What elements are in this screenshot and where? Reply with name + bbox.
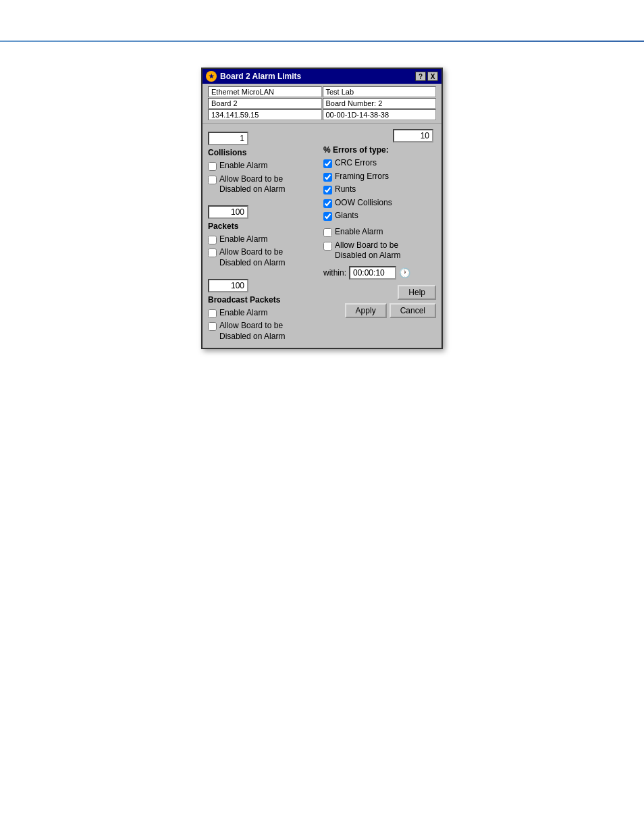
framing-errors-label: Framing Errors bbox=[335, 172, 389, 182]
giants-checkbox[interactable] bbox=[323, 212, 332, 221]
help-titlebar-button[interactable]: ? bbox=[415, 72, 426, 81]
collisions-label: Collisions bbox=[208, 148, 321, 157]
dialog-body: 1 Collisions Enable Alarm Allow Board to… bbox=[203, 124, 441, 348]
top-border bbox=[0, 41, 644, 42]
right-allow-board-label: Allow Board to be Disabled on Alarm bbox=[335, 240, 400, 261]
crc-errors-row: CRC Errors bbox=[323, 158, 436, 169]
info-board: Board 2 bbox=[208, 98, 322, 109]
packets-input-row: 100 bbox=[208, 205, 321, 219]
within-row: within: 00:00:10 🕐 bbox=[323, 266, 436, 280]
info-testlab: Test Lab bbox=[323, 86, 437, 97]
broadcast-input-row: 100 bbox=[208, 279, 321, 292]
titlebar-buttons: ? X bbox=[415, 72, 438, 81]
packets-allow-board-row: Allow Board to be Disabled on Alarm bbox=[208, 247, 321, 268]
info-ethernet: Ethernet MicroLAN bbox=[208, 86, 322, 97]
right-column: 10 % Errors of type: CRC Errors Framing … bbox=[323, 129, 436, 342]
runts-label: Runts bbox=[335, 184, 356, 195]
page-content: ★ Board 2 Alarm Limits ? X Ethernet Micr… bbox=[0, 0, 644, 349]
clock-icon: 🕐 bbox=[399, 267, 410, 278]
dialog-columns: 1 Collisions Enable Alarm Allow Board to… bbox=[208, 129, 436, 342]
collisions-enable-alarm-row: Enable Alarm bbox=[208, 161, 321, 172]
framing-errors-row: Framing Errors bbox=[323, 172, 436, 182]
apply-button[interactable]: Apply bbox=[345, 303, 387, 318]
giants-label: Giants bbox=[335, 211, 358, 221]
oow-collisions-checkbox[interactable] bbox=[323, 199, 332, 208]
cancel-button[interactable]: Cancel bbox=[390, 303, 436, 318]
broadcast-value-input[interactable]: 100 bbox=[208, 279, 248, 292]
errors-input-row: 10 bbox=[323, 129, 436, 142]
crc-errors-label: CRC Errors bbox=[335, 158, 377, 169]
broadcast-enable-alarm-row: Enable Alarm bbox=[208, 308, 321, 319]
info-ip: 134.141.59.15 bbox=[208, 109, 322, 120]
dialog-titlebar: ★ Board 2 Alarm Limits ? X bbox=[203, 69, 441, 84]
left-column: 1 Collisions Enable Alarm Allow Board to… bbox=[208, 129, 321, 342]
crc-errors-checkbox[interactable] bbox=[323, 159, 332, 168]
help-button[interactable]: Help bbox=[398, 285, 436, 300]
packets-enable-alarm-checkbox[interactable] bbox=[208, 236, 217, 244]
framing-errors-checkbox[interactable] bbox=[323, 173, 332, 182]
collisions-enable-alarm-label: Enable Alarm bbox=[219, 161, 267, 172]
error-types-group: CRC Errors Framing Errors Runts OOW bbox=[323, 157, 436, 222]
broadcast-allow-board-checkbox[interactable] bbox=[208, 322, 217, 331]
collisions-allow-board-row: Allow Board to be Disabled on Alarm bbox=[208, 174, 321, 195]
titlebar-left: ★ Board 2 Alarm Limits bbox=[206, 71, 301, 82]
packets-value-input[interactable]: 100 bbox=[208, 205, 248, 219]
collisions-input-row: 1 bbox=[208, 132, 321, 145]
collisions-allow-board-label: Allow Board to be Disabled on Alarm bbox=[219, 174, 285, 195]
errors-label: % Errors of type: bbox=[323, 145, 436, 155]
app-icon: ★ bbox=[206, 71, 217, 82]
right-allow-board-checkbox[interactable] bbox=[323, 242, 332, 251]
packets-allow-board-label: Allow Board to be Disabled on Alarm bbox=[219, 247, 285, 268]
broadcast-label: Broadcast Packets bbox=[208, 295, 321, 305]
packets-enable-alarm-row: Enable Alarm bbox=[208, 234, 321, 245]
packets-enable-alarm-label: Enable Alarm bbox=[219, 234, 267, 245]
broadcast-enable-alarm-checkbox[interactable] bbox=[208, 309, 217, 318]
oow-collisions-row: OOW Collisions bbox=[323, 198, 436, 209]
dialog-window: ★ Board 2 Alarm Limits ? X Ethernet Micr… bbox=[201, 68, 443, 349]
broadcast-enable-alarm-label: Enable Alarm bbox=[219, 308, 267, 319]
runts-checkbox[interactable] bbox=[323, 186, 332, 194]
packets-label: Packets bbox=[208, 221, 321, 231]
within-label: within: bbox=[323, 268, 346, 278]
right-enable-alarm-row: Enable Alarm bbox=[323, 227, 436, 238]
right-enable-alarm-checkbox[interactable] bbox=[323, 228, 332, 237]
collisions-enable-alarm-checkbox[interactable] bbox=[208, 162, 217, 171]
dialog-title: Board 2 Alarm Limits bbox=[220, 72, 301, 81]
dialog-info: Ethernet MicroLAN Test Lab Board 2 Board… bbox=[203, 84, 441, 124]
broadcast-allow-board-row: Allow Board to be Disabled on Alarm bbox=[208, 321, 321, 342]
collisions-allow-board-checkbox[interactable] bbox=[208, 176, 217, 184]
runts-row: Runts bbox=[323, 184, 436, 195]
oow-collisions-label: OOW Collisions bbox=[335, 198, 392, 209]
collisions-value-input[interactable]: 1 bbox=[208, 132, 248, 145]
right-enable-alarm-label: Enable Alarm bbox=[335, 227, 383, 238]
right-allow-board-row: Allow Board to be Disabled on Alarm bbox=[323, 240, 436, 261]
info-board-number: Board Number: 2 bbox=[323, 98, 437, 109]
within-value-input[interactable]: 00:00:10 bbox=[349, 266, 396, 280]
close-titlebar-button[interactable]: X bbox=[427, 72, 438, 81]
broadcast-allow-board-label: Allow Board to be Disabled on Alarm bbox=[219, 321, 285, 342]
info-mac: 00-00-1D-14-38-38 bbox=[323, 109, 437, 120]
giants-row: Giants bbox=[323, 211, 436, 221]
errors-value-input[interactable]: 10 bbox=[393, 129, 433, 142]
packets-allow-board-checkbox[interactable] bbox=[208, 249, 217, 257]
